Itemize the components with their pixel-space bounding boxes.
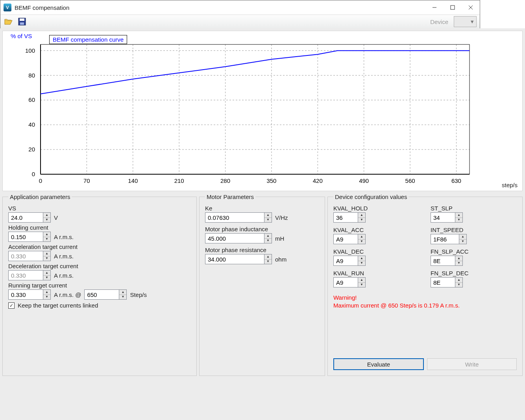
svg-text:80: 80 (28, 72, 35, 79)
running-current-input[interactable]: ▲▼ (8, 289, 51, 300)
panel-legend: Device configuration values (333, 193, 409, 200)
holding-current-label: Holding current (8, 224, 191, 231)
svg-text:100: 100 (25, 47, 35, 54)
maximize-button[interactable] (444, 0, 462, 15)
toolbar: Device ▾ (0, 15, 480, 29)
svg-rect-39 (41, 44, 470, 174)
svg-text:0: 0 (32, 171, 35, 177)
save-button[interactable] (17, 17, 27, 27)
svg-text:560: 560 (405, 177, 415, 184)
chart-legend: BEMF compensation curve (49, 35, 127, 44)
accel-current-input[interactable]: ▲▼ (8, 251, 51, 261)
panel-legend: Application parameters (8, 193, 72, 200)
ke-input[interactable]: ▲▼ (205, 212, 272, 223)
kval-dec-label: KVAL_DEC (333, 248, 420, 255)
svg-text:210: 210 (174, 177, 184, 184)
svg-text:280: 280 (220, 177, 230, 184)
svg-text:630: 630 (451, 177, 461, 184)
running-current-label: Running target current (8, 282, 191, 289)
ke-label: Ke (205, 205, 319, 212)
motor-parameters-panel: Motor Parameters Ke ▲▼ V/Hz Motor phase … (199, 193, 325, 376)
evaluate-button[interactable]: Evaluate (333, 358, 424, 370)
int-speed-label: INT_SPEED (431, 227, 480, 233)
device-config-panel: Device configuration values KVAL_HOLD ▲▼… (327, 193, 480, 376)
floppy-save-icon (18, 18, 26, 26)
minimize-button[interactable] (425, 0, 444, 15)
window-title: BEMF compensation (15, 4, 69, 11)
inductance-label: Motor phase inductance (205, 226, 319, 232)
kval-acc-input[interactable]: ▲▼ (333, 234, 366, 244)
write-button[interactable]: Write (427, 358, 480, 370)
kval-hold-label: KVAL_HOLD (333, 205, 420, 212)
svg-text:70: 70 (83, 177, 90, 184)
svg-text:20: 20 (28, 146, 35, 153)
folder-open-icon (4, 18, 13, 26)
svg-rect-5 (20, 18, 24, 21)
kval-run-label: KVAL_RUN (333, 270, 420, 276)
bemf-chart: % of VS BEMF compensation curve 02040608… (2, 31, 480, 191)
svg-rect-1 (451, 6, 455, 9)
int-speed-input[interactable]: ▲▼ (431, 234, 467, 244)
fn-slp-dec-input[interactable]: ▲▼ (431, 277, 463, 287)
running-speed-input[interactable]: ▲▼ (84, 289, 127, 300)
app-icon: V (4, 4, 11, 11)
link-currents-checkbox[interactable]: ✓ (8, 302, 15, 309)
svg-text:490: 490 (359, 177, 369, 184)
resistance-label: Motor phase resistance (205, 247, 319, 253)
titlebar: V BEMF compensation (0, 0, 480, 15)
kval-dec-input[interactable]: ▲▼ (333, 256, 366, 266)
svg-text:0: 0 (39, 177, 42, 184)
panel-legend: Motor Parameters (205, 193, 255, 200)
st-slp-input[interactable]: ▲▼ (431, 212, 463, 223)
kval-acc-label: KVAL_ACC (333, 227, 420, 233)
holding-current-input[interactable]: ▲▼ (8, 232, 51, 242)
close-button[interactable] (462, 0, 480, 15)
device-dropdown[interactable]: ▾ (454, 16, 477, 27)
link-currents-label: Keep the target currents linked (18, 302, 98, 309)
warning-text: Warning!Maximum current @ 650 Step/s is … (333, 294, 480, 310)
svg-text:420: 420 (313, 177, 323, 184)
fn-slp-dec-label: FN_SLP_DEC (431, 270, 480, 276)
vs-input[interactable]: ▲▼ (8, 212, 51, 223)
svg-text:60: 60 (28, 96, 35, 103)
fn-slp-acc-input[interactable]: ▲▼ (431, 256, 463, 266)
open-button[interactable] (4, 17, 14, 27)
kval-run-input[interactable]: ▲▼ (333, 277, 366, 287)
svg-text:40: 40 (28, 121, 35, 128)
st-slp-label: ST_SLP (431, 205, 480, 212)
svg-rect-6 (20, 22, 24, 25)
kval-hold-input[interactable]: ▲▼ (333, 212, 366, 223)
accel-current-label: Acceleration target current (8, 243, 191, 250)
decel-current-input[interactable]: ▲▼ (8, 270, 51, 280)
svg-text:350: 350 (266, 177, 276, 184)
resistance-input[interactable]: ▲▼ (205, 254, 272, 264)
device-label: Device (430, 18, 448, 25)
decel-current-label: Deceleration target current (8, 263, 191, 269)
application-parameters-panel: Application parameters VS ▲▼ V Holding c… (2, 193, 197, 376)
chart-canvas: 020406080100070140210280350420490560630 (5, 33, 472, 188)
inductance-input[interactable]: ▲▼ (205, 233, 272, 243)
svg-text:140: 140 (128, 177, 138, 184)
fn-slp-acc-label: FN_SLP_ACC (431, 248, 480, 255)
vs-label: VS (8, 205, 191, 212)
workarea: % of VS BEMF compensation curve 02040608… (0, 28, 480, 385)
